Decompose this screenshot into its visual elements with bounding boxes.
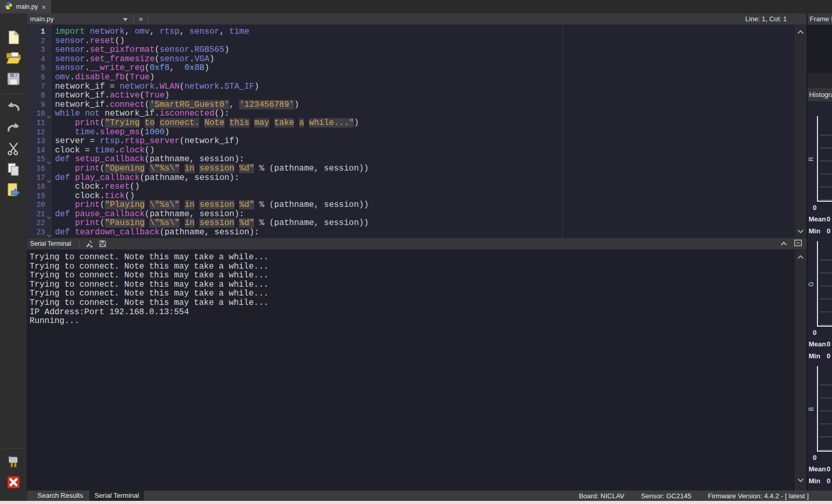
close-tab-icon[interactable]: × — [41, 3, 46, 11]
code-editor-area[interactable]: import network, omv, rtsp, sensor, times… — [52, 25, 795, 237]
code-line: def play_callback(pathname, session): — [55, 174, 795, 183]
code-line: sensor.set_framesize(sensor.VGA) — [55, 55, 795, 64]
new-file-icon[interactable] — [4, 28, 23, 47]
axis-origin-label: 0 — [808, 327, 832, 338]
terminal-line: IP Address:Port 192.168.0.13:554 — [30, 308, 795, 317]
gridline — [821, 437, 832, 437]
code-line: network_if.active(True) — [55, 91, 795, 101]
channel-label: G — [808, 282, 815, 286]
code-line: clock = time.clock() — [55, 146, 795, 156]
window-bottom-edge — [0, 501, 832, 504]
min-row: Min0 — [808, 350, 832, 362]
axis-origin-label: 0 — [808, 452, 832, 463]
line-number: 23 — [27, 228, 52, 237]
connect-icon[interactable] — [4, 452, 23, 471]
min-row: Min0 — [808, 225, 832, 237]
line-number: 9 — [27, 101, 52, 110]
gridline — [821, 273, 832, 273]
line-number: 7 — [27, 82, 52, 92]
line-number: 10 — [27, 109, 52, 119]
histogram-chart-g: G0Mean0Min0 — [808, 241, 832, 362]
serial-terminal-header: Serial Terminal — [27, 237, 807, 250]
gridline — [821, 148, 832, 148]
x-axis — [817, 326, 832, 327]
code-line: network_if.connect('SmartRG_Guest0', '12… — [55, 101, 795, 110]
gridline — [821, 398, 832, 398]
toolbar-separator — [3, 94, 24, 94]
scroll-down-icon[interactable] — [797, 226, 804, 235]
gridline — [821, 411, 832, 411]
code-line: print("Pausing \"%s\" in session %d" % (… — [55, 219, 795, 228]
frame-buffer-histogram-panel: Frame Buffer Histogram R0Mean0Min0G0Mean… — [807, 13, 832, 491]
openmv-ide-window: main.py × main.py × Line: 1, Col: 1 1234… — [0, 0, 832, 504]
y-axis — [817, 366, 818, 452]
save-icon[interactable] — [4, 69, 23, 88]
line-number: 13 — [27, 137, 52, 146]
code-line: import network, omv, rtsp, sensor, time — [55, 27, 795, 37]
open-file-selector-label: main.py — [30, 15, 123, 23]
clear-terminal-icon[interactable] — [85, 240, 93, 248]
code-line: time.sleep_ms(1000) — [55, 128, 795, 137]
code-line: server = rtsp.rtsp_server(network_if) — [55, 137, 795, 146]
code-line: def teardown_callback(pathname, session)… — [55, 228, 795, 237]
gridline — [821, 385, 832, 385]
board-status: Board: NICLAV — [579, 492, 625, 500]
editor-gutter: 1234567891011121314151617181920212223 — [27, 25, 52, 237]
file-tab[interactable]: main.py × — [0, 0, 52, 13]
open-folder-icon[interactable] — [4, 49, 23, 67]
min-row: Min0 — [808, 475, 832, 487]
gridline — [821, 286, 832, 286]
terminal-line: Running... — [30, 317, 795, 326]
histogram-plot: G — [808, 241, 832, 327]
copy-icon[interactable] — [4, 160, 23, 179]
terminal-line: Trying to connect. Note this may take a … — [30, 262, 795, 272]
scroll-up-icon[interactable] — [797, 252, 804, 261]
toolbar-separator — [3, 448, 24, 449]
gridline — [821, 161, 832, 161]
line-number: 14 — [27, 146, 52, 156]
code-line: network_if = network.WLAN(network.STA_IF… — [55, 82, 795, 92]
line-number: 1 — [27, 27, 52, 37]
line-number: 5 — [27, 64, 52, 73]
divider — [133, 16, 134, 23]
scroll-up-icon[interactable] — [797, 27, 804, 36]
histogram-header: Histogram — [808, 88, 832, 102]
paste-icon[interactable] — [4, 181, 23, 200]
y-axis — [817, 241, 818, 327]
save-log-icon[interactable] — [99, 240, 107, 248]
close-file-icon[interactable]: × — [136, 15, 145, 23]
scroll-down-icon[interactable] — [797, 475, 804, 484]
status-tab-search-results[interactable]: Search Results — [32, 491, 88, 501]
detach-panel-icon[interactable] — [794, 240, 802, 248]
serial-terminal-output[interactable]: Trying to connect. Note this may take a … — [27, 250, 795, 491]
frame-buffer-view — [808, 25, 832, 73]
editor-scrollbar[interactable] — [795, 25, 807, 237]
terminal-scrollbar[interactable] — [795, 250, 807, 491]
line-number: 12 — [27, 128, 52, 137]
gridline — [821, 325, 832, 325]
redo-icon[interactable] — [4, 119, 23, 137]
divider — [148, 16, 148, 23]
status-tab-serial-terminal[interactable]: Serial Terminal — [89, 491, 144, 501]
code-line: sensor.reset() — [55, 37, 795, 46]
terminal-line: Trying to connect. Note this may take a … — [30, 281, 795, 290]
code-line: clock.reset() — [55, 183, 795, 192]
code-line: def setup_callback(pathname, session): — [55, 155, 795, 164]
cursor-position: Line: 1, Col: 1 — [745, 13, 787, 25]
line-number: 2 — [27, 37, 52, 46]
python-file-icon — [4, 2, 12, 12]
line-number: 3 — [27, 46, 52, 55]
line-number: 16 — [27, 164, 52, 174]
undo-icon[interactable] — [4, 98, 23, 117]
file-tab-label: main.py — [16, 3, 38, 10]
open-file-selector[interactable]: main.py — [27, 13, 131, 25]
channel-label: R — [808, 157, 815, 161]
fold-chevron-icon[interactable] — [47, 231, 51, 237]
line-number: 4 — [27, 55, 52, 64]
code-line: print("Opening \"%s\" in session %d" % (… — [55, 164, 795, 174]
gridline — [821, 299, 832, 299]
disconnect-icon[interactable] — [4, 473, 23, 492]
collapse-panel-icon[interactable] — [780, 240, 787, 247]
cut-icon[interactable] — [4, 139, 23, 158]
histogram-charts: R0Mean0Min0G0Mean0Min0B0Mean0Min0 — [808, 116, 832, 487]
